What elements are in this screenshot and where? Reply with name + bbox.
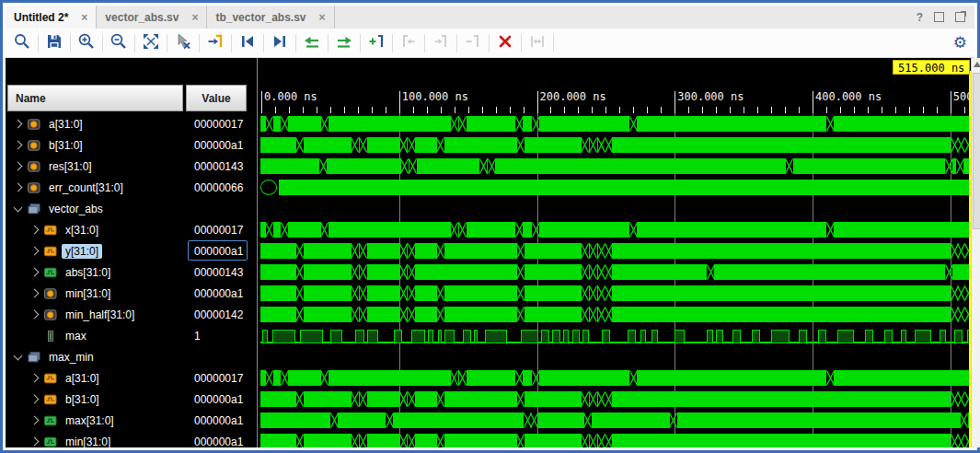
bus-value-segment (952, 264, 971, 280)
ruler-minor-tick (882, 107, 882, 113)
signal-value[interactable]: 00000142 (188, 304, 248, 324)
expand-chevron-icon[interactable] (30, 374, 40, 383)
float-window-icon[interactable] (934, 12, 944, 22)
zoom-in-button[interactable] (74, 32, 99, 54)
signal-value[interactable]: 000000a1 (188, 410, 248, 430)
expand-chevron-icon[interactable] (30, 416, 40, 425)
toolbar-separator (134, 34, 135, 52)
bit-icon (44, 331, 57, 342)
signal-value[interactable]: 00000066 (188, 177, 248, 197)
signal-value[interactable]: 000000a1 (188, 134, 248, 155)
toolbar-separator (167, 34, 167, 52)
bus-transition-x (488, 158, 496, 177)
tab-vector-abs-sv[interactable]: vector_abs.sv× (97, 6, 207, 29)
signal-value[interactable]: 00000017 (188, 219, 248, 239)
expand-chevron-icon[interactable] (30, 247, 40, 256)
signal-value[interactable]: 000000a1 (188, 240, 248, 261)
ruler-minor-tick (661, 107, 662, 113)
help-icon[interactable]: ? (917, 11, 923, 24)
bus-transition-x (359, 243, 367, 261)
marker-left-button[interactable] (396, 32, 421, 54)
expand-chevron-icon[interactable] (30, 289, 40, 298)
bus-transition-x (351, 391, 359, 410)
marker-remove-button[interactable] (460, 32, 486, 54)
bus-value-segment (304, 264, 352, 280)
prev-edge-button[interactable] (235, 32, 260, 54)
goto-time-button[interactable] (202, 32, 228, 54)
bus-transition-x (458, 370, 467, 389)
zoom-out-button[interactable] (106, 32, 132, 54)
signal-value[interactable] (188, 346, 248, 366)
tab-untitled-2-[interactable]: Untitled 2*× (6, 6, 97, 29)
tab-close-icon[interactable]: × (81, 12, 87, 23)
signal-value[interactable]: 00000017 (188, 113, 248, 134)
bit-high-pulse (752, 330, 760, 343)
signal-value[interactable]: 000000a1 (188, 431, 248, 451)
bus-transition-x (436, 434, 444, 447)
signal-value[interactable]: 00000017 (188, 367, 248, 388)
expand-chevron-icon[interactable] (14, 162, 23, 171)
bus-value-segment (417, 158, 479, 174)
ruler-time-label: 200.000 ns (540, 90, 606, 103)
zoom-fit-button[interactable] (138, 32, 164, 54)
delete-button[interactable] (492, 32, 518, 54)
tab-tb-vector-abs-sv[interactable]: tb_vector_abs.sv× (207, 6, 334, 29)
expand-chevron-icon[interactable] (14, 203, 23, 212)
prev-transition-button[interactable] (299, 32, 325, 54)
maximize-icon[interactable] (955, 12, 965, 22)
bus-transition-x (281, 370, 289, 389)
add-marker-button[interactable] (363, 32, 389, 54)
bus-value-segment (444, 243, 517, 259)
signal-value[interactable]: 1 (188, 325, 248, 345)
bit-high-pulse (552, 330, 560, 343)
ruler-minor-tick (716, 107, 717, 113)
tab-close-icon[interactable]: × (191, 12, 198, 23)
span-markers-button[interactable] (525, 32, 550, 54)
bus-transition-x (605, 434, 613, 447)
expand-chevron-icon[interactable] (30, 310, 40, 319)
bus-transition-x (359, 285, 367, 304)
time-cursor-line[interactable] (969, 71, 971, 447)
save-button[interactable] (41, 32, 67, 54)
tab-close-icon[interactable]: × (319, 12, 326, 23)
vertical-scrollbar[interactable] (971, 58, 980, 447)
expand-chevron-icon[interactable] (14, 351, 23, 360)
waveform-canvas[interactable]: 0.000 ns100.000 ns200.000 ns300.000 ns40… (260, 58, 971, 447)
expand-chevron-icon[interactable] (30, 437, 40, 447)
signal-value[interactable]: 00000143 (188, 156, 248, 176)
signal-value[interactable] (188, 198, 248, 218)
bus-transition-x (826, 116, 835, 134)
bus-value-segment (525, 137, 582, 153)
search-icon (13, 32, 31, 53)
expand-chevron-icon[interactable] (14, 141, 23, 150)
toolbar-separator (199, 34, 200, 52)
bus-value-segment (260, 243, 296, 259)
next-transition-button[interactable] (331, 32, 357, 54)
bus-transition-x (532, 222, 540, 240)
scroll-up-icon[interactable] (974, 62, 980, 67)
expand-chevron-icon[interactable] (30, 226, 40, 235)
search-button[interactable] (9, 32, 35, 54)
expand-chevron-icon[interactable] (14, 183, 23, 192)
next-edge-button[interactable] (267, 32, 293, 54)
signal-value[interactable]: 00000143 (188, 261, 248, 282)
bit-high-pulse (640, 330, 646, 343)
marker-right-button[interactable] (428, 32, 454, 54)
expand-chevron-icon[interactable] (30, 268, 40, 277)
ruler-time-label: 300.000 ns (677, 90, 744, 103)
pointer-x-button[interactable] (170, 32, 196, 54)
settings-gear-icon[interactable]: ⚙ (953, 31, 967, 53)
scrollbar-thumb[interactable] (973, 73, 980, 229)
signal-value[interactable]: 000000a1 (188, 283, 248, 303)
signal-value[interactable]: 000000a1 (188, 389, 248, 409)
toolbar-separator (553, 34, 554, 52)
signal-name: b[31:0] (62, 392, 103, 407)
ruler-minor-tick (854, 107, 855, 113)
bus-value-segment (467, 370, 515, 386)
bus-transition-x (359, 391, 367, 410)
expand-chevron-icon[interactable] (30, 395, 40, 404)
toolbar-separator (456, 34, 457, 52)
ruler-minor-tick (688, 107, 689, 113)
bus-transition-x (629, 116, 638, 134)
expand-chevron-icon[interactable] (14, 120, 23, 129)
